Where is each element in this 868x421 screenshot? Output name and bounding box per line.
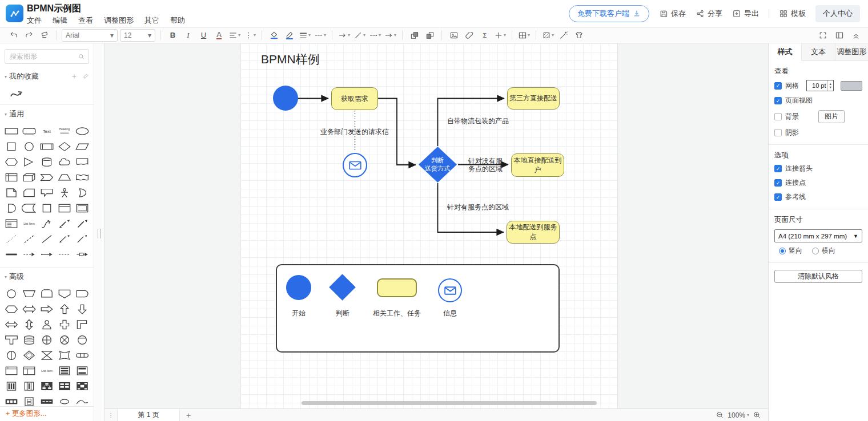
tab-style[interactable]: 样式 bbox=[769, 43, 802, 61]
page-view-checkbox[interactable]: ✓ bbox=[774, 97, 782, 104]
add-page-button[interactable]: + bbox=[180, 409, 197, 421]
guides-checkbox[interactable]: ✓ bbox=[774, 193, 782, 201]
shape-circle[interactable] bbox=[21, 139, 38, 154]
more-shapes-button[interactable]: + 更多图形... bbox=[0, 406, 94, 421]
shape-diagonal-arrow[interactable] bbox=[73, 216, 91, 231]
landscape-radio[interactable] bbox=[812, 248, 819, 254]
shape-document[interactable] bbox=[73, 154, 91, 169]
shape-directional-connector[interactable] bbox=[73, 231, 91, 246]
add-favorite-icon[interactable] bbox=[71, 73, 78, 80]
bring-to-front-button[interactable] bbox=[407, 29, 422, 42]
diagram-title[interactable]: BPMN样例 bbox=[261, 51, 320, 67]
shape-container[interactable] bbox=[55, 200, 73, 216]
start-event-node[interactable] bbox=[273, 86, 298, 111]
font-color-button[interactable]: A bbox=[216, 31, 222, 39]
menu-file[interactable]: 文件 bbox=[27, 15, 42, 26]
template-button[interactable]: 模板 bbox=[779, 9, 806, 19]
app-logo-icon[interactable] bbox=[6, 5, 23, 22]
shape-concave-square[interactable] bbox=[55, 347, 73, 363]
shape-ellipse[interactable] bbox=[73, 123, 91, 139]
edge-label-self-packaged[interactable]: 自带物流包装的产品 bbox=[447, 117, 509, 125]
shape-manual-operation[interactable] bbox=[21, 286, 38, 301]
text-align-button[interactable]: ▾ bbox=[227, 29, 242, 42]
background-checkbox[interactable]: ✓ bbox=[774, 113, 782, 120]
sidebar-collapse-strip[interactable] bbox=[94, 43, 105, 421]
general-section-header[interactable]: ▾ 通用 bbox=[0, 105, 94, 122]
shape-note[interactable] bbox=[3, 185, 21, 200]
shape-list-item[interactable]: List Item bbox=[21, 216, 38, 231]
shape-thick-double-arrow[interactable] bbox=[21, 301, 38, 317]
connection-points-checkbox[interactable]: ✓ bbox=[774, 179, 782, 187]
page-size-select[interactable]: A4 (210 mm x 297 mm) ▼ bbox=[774, 229, 862, 242]
shape-circle-cross[interactable] bbox=[55, 332, 73, 347]
shape-circle-plain[interactable] bbox=[3, 286, 21, 301]
shape-cross[interactable] bbox=[55, 317, 73, 332]
insert-link-button[interactable] bbox=[461, 29, 477, 42]
task-node-get-requirements[interactable]: 获取需求 bbox=[331, 87, 378, 110]
shape-window[interactable] bbox=[3, 363, 21, 378]
shape-thick-double-arrow-v[interactable] bbox=[21, 317, 38, 332]
grid-size-input[interactable] bbox=[807, 82, 827, 90]
line-style-button[interactable]: ▾ bbox=[297, 29, 312, 42]
shape-window-sidebar[interactable] bbox=[21, 363, 38, 378]
background-image-button[interactable]: 图片 bbox=[818, 110, 845, 123]
bold-button[interactable]: B bbox=[165, 29, 180, 42]
shape-parallelogram[interactable] bbox=[73, 139, 91, 154]
shape-mockup-columns[interactable] bbox=[55, 378, 73, 394]
shape-circle-plus[interactable] bbox=[38, 332, 56, 347]
shape-triangle[interactable] bbox=[21, 154, 38, 169]
menu-help[interactable]: 帮助 bbox=[170, 15, 185, 26]
more-text-format-button[interactable]: ▾ bbox=[242, 29, 258, 42]
menu-view[interactable]: 查看 bbox=[78, 15, 93, 26]
shape-hexagon[interactable] bbox=[3, 154, 21, 169]
shape-or[interactable] bbox=[73, 185, 91, 200]
shape-inner-diamond[interactable] bbox=[21, 347, 38, 363]
font-size-select[interactable]: 12▾ bbox=[120, 29, 155, 42]
shape-bidirectional-connector[interactable] bbox=[55, 231, 73, 246]
shape-actor[interactable] bbox=[55, 185, 73, 200]
sidebar-collapse-handle[interactable] bbox=[98, 229, 101, 238]
advanced-section-header[interactable]: ▾ 高级 bbox=[0, 268, 94, 285]
format-painter-button[interactable] bbox=[37, 29, 52, 42]
pages-menu-handle[interactable] bbox=[105, 409, 117, 421]
toggle-panel-button[interactable] bbox=[831, 29, 847, 42]
arrow-style-button[interactable]: ▾ bbox=[336, 29, 352, 42]
menu-arrange[interactable]: 调整图形 bbox=[104, 15, 134, 26]
page-tab-1[interactable]: 第 1 页 bbox=[117, 409, 180, 421]
shape-rounded-hexagon[interactable] bbox=[3, 301, 21, 317]
zoom-level-select[interactable]: 100%▾ bbox=[728, 411, 749, 419]
edge-label-service-area[interactable]: 针对有服务点的区域 bbox=[447, 203, 509, 211]
fullscreen-button[interactable] bbox=[815, 29, 830, 42]
tab-text[interactable]: 文本 bbox=[802, 43, 835, 60]
shape-circle-divided[interactable] bbox=[3, 347, 21, 363]
edge-label-no-service-area[interactable]: 针对没有服务点的区域 bbox=[468, 157, 505, 173]
shape-list[interactable] bbox=[3, 216, 21, 231]
shape-rounded-rect[interactable] bbox=[21, 123, 38, 139]
search-input[interactable] bbox=[9, 52, 78, 61]
line-dash-button[interactable]: ▾ bbox=[312, 29, 328, 42]
grid-color-swatch[interactable] bbox=[841, 81, 862, 91]
shape-step[interactable] bbox=[38, 169, 56, 185]
fill-pattern-button[interactable]: ▾ bbox=[540, 29, 556, 42]
shape-display[interactable] bbox=[38, 286, 56, 301]
drawing-canvas[interactable]: BPMN样例 获取需求 第三方直接配送 本地直接配送到户 本地配送到服务点 判断… bbox=[105, 43, 768, 408]
shape-thick-double-arrow-h[interactable] bbox=[3, 317, 21, 332]
shape-database[interactable] bbox=[21, 332, 38, 347]
shape-tee[interactable] bbox=[3, 332, 21, 347]
shape-and[interactable] bbox=[3, 200, 21, 216]
shape-heading[interactable]: Heading bbox=[55, 123, 73, 139]
shape-dotted-line[interactable] bbox=[3, 231, 21, 246]
shape-thick-arrow-down[interactable] bbox=[73, 301, 91, 317]
theme-button[interactable] bbox=[571, 29, 586, 42]
document-title[interactable]: BPMN示例图 bbox=[27, 3, 81, 15]
shape-off-page[interactable] bbox=[55, 286, 73, 301]
connection-arrows-checkbox[interactable]: ✓ bbox=[774, 165, 782, 172]
fill-color-button[interactable] bbox=[266, 29, 282, 42]
connector-shape-button[interactable]: ▾ bbox=[352, 29, 367, 42]
favorites-section-header[interactable]: ▾ 我的收藏 bbox=[0, 67, 94, 84]
shape-bold-link[interactable] bbox=[3, 246, 21, 262]
shape-rect[interactable] bbox=[3, 123, 21, 139]
insert-image-button[interactable] bbox=[446, 29, 461, 42]
shape-cylinder[interactable] bbox=[38, 154, 56, 169]
menu-edit[interactable]: 编辑 bbox=[53, 15, 67, 26]
